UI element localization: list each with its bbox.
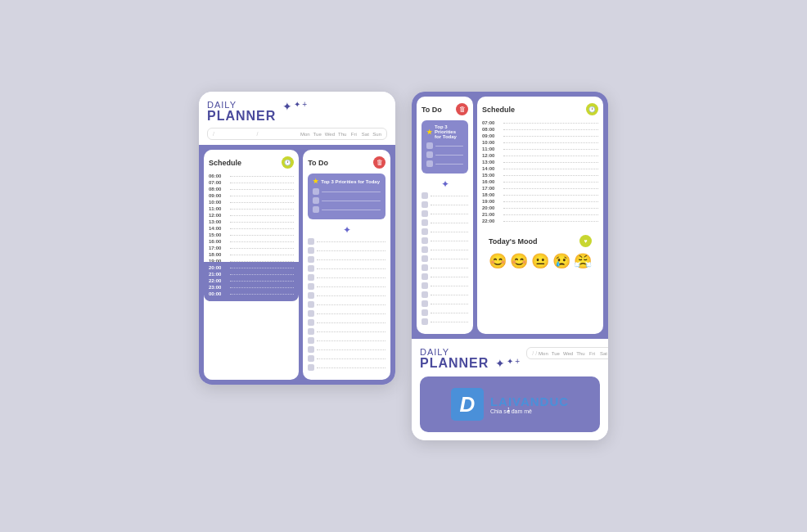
priority-1 — [313, 188, 381, 195]
priorities-box: ★ Top 3 Priorities for Today — [308, 174, 385, 219]
time-1100: 11:00 — [209, 206, 294, 211]
star2-icon: ★ — [426, 128, 432, 136]
mood-title: Today's Mood — [489, 237, 537, 246]
todo2-title: To Do — [422, 106, 442, 114]
sparkles: ✦ ✦ + — [282, 100, 307, 113]
schedule2-title: Schedule — [482, 106, 515, 114]
planner1-planner: PLANNER — [207, 110, 276, 123]
schedule-night: 20:00 21:00 22:00 23:00 00:00 — [204, 262, 299, 301]
time-1800: 18:00 — [209, 252, 294, 257]
priorities-title: ★ Top 3 Priorities for Today — [313, 178, 381, 185]
priority-3 — [313, 206, 381, 213]
sparkles2: ✦ ✦ + — [495, 357, 520, 370]
mood-face-5: 😤 — [574, 252, 592, 270]
time-0000: 00:00 — [209, 291, 294, 296]
schedule-icon: 🕐 — [282, 156, 294, 169]
sparkle-small: ✦ — [294, 100, 300, 113]
logo-section: D LAIVANDUC Chia sẻ đam mê — [420, 376, 600, 432]
priority2-1 — [426, 142, 463, 149]
time-1700: 17:00 — [209, 246, 294, 250]
time-2100: 21:00 — [209, 272, 294, 277]
priority2-checkbox-1 — [426, 142, 433, 149]
time-1500: 15:00 — [209, 232, 294, 237]
priority2-3 — [426, 160, 463, 167]
planners-container: DAILY PLANNER ✦ ✦ + / / Mon Tue Wed Thu … — [199, 92, 608, 440]
planner2-footer: DAILY PLANNER ✦ ✦ + / / Mon — [412, 339, 608, 440]
time-1600: 16:00 — [209, 239, 294, 244]
priority-checkbox-2 — [313, 197, 319, 204]
planner-1: DAILY PLANNER ✦ ✦ + / / Mon Tue Wed Thu … — [199, 92, 395, 385]
planner1-header: DAILY PLANNER ✦ ✦ + / / Mon Tue Wed Thu … — [199, 92, 395, 145]
mood-face-4: 😢 — [552, 252, 570, 270]
priority2-line-2 — [435, 155, 463, 156]
star-icon: ★ — [313, 178, 318, 185]
time-0800: 08:00 — [209, 187, 294, 192]
schedule2-icon: 🕐 — [586, 103, 598, 115]
planner1-schedule: Schedule 🕐 06:00 07:00 08:00 09:00 10:00… — [204, 150, 299, 380]
priorities2-title: ★ Top 3 Priorities for Today — [426, 124, 463, 139]
logo-name: LAIVANDUC — [490, 394, 569, 408]
time-1300: 13:00 — [209, 219, 294, 224]
planner1-todo: To Do 🗑 ★ Top 3 Priorities for Today — [303, 150, 390, 380]
mood-faces: 😊 😊 😐 😢 😤 — [489, 252, 592, 270]
schedule-title: Schedule — [209, 159, 241, 167]
logo-text: LAIVANDUC Chia sẻ đam mê — [490, 394, 569, 415]
todo-title: To Do — [308, 159, 328, 167]
priority-line-3 — [322, 210, 381, 210]
mood-face-2: 😊 — [510, 252, 528, 270]
mood-header: Today's Mood ♥ — [489, 235, 592, 247]
planner2-todo: To Do 🗑 ★ Top 3 Priorities for Today — [417, 97, 473, 334]
priority-checkbox-3 — [313, 206, 319, 213]
planner2-planner: PLANNER — [420, 357, 489, 370]
mood-face-3: 😐 — [531, 252, 549, 270]
planner2-header-info: DAILY PLANNER ✦ ✦ + / / Mon — [420, 347, 600, 370]
priority-line-2 — [322, 201, 381, 201]
priority-2 — [313, 197, 381, 204]
logo-d-letter: D — [451, 388, 484, 421]
planner1-title: DAILY PLANNER ✦ ✦ + — [207, 100, 387, 123]
mood-icon: ♥ — [579, 235, 592, 247]
planner-2: To Do 🗑 ★ Top 3 Priorities for Today — [412, 92, 608, 440]
priorities2-box: ★ Top 3 Priorities for Today — [422, 120, 468, 174]
todo2-icon: 🗑 — [456, 103, 468, 115]
time-2200: 22:00 — [209, 278, 294, 283]
planner2-body: To Do 🗑 ★ Top 3 Priorities for Today — [412, 92, 608, 339]
sparkle-tiny: + — [302, 100, 307, 113]
mood-face-1: 😊 — [489, 252, 507, 270]
todo2-header: To Do 🗑 — [422, 103, 468, 115]
schedule2-header: Schedule 🕐 — [482, 103, 598, 115]
sparkle-big: ✦ — [282, 100, 292, 113]
planner1-body: Schedule 🕐 06:00 07:00 08:00 09:00 10:00… — [199, 145, 395, 385]
logo-box: D LAIVANDUC Chia sẻ đam mê — [451, 388, 569, 421]
priority2-line-3 — [435, 164, 463, 165]
planner2-title-block: DAILY PLANNER ✦ ✦ + — [420, 347, 520, 370]
time-0900: 09:00 — [209, 193, 294, 198]
todo2-star-deco: ✦ — [422, 178, 468, 190]
planner2-schedule: Schedule 🕐 07:00 08:00 09:00 10:00 11:00… — [477, 97, 603, 334]
todo-header: To Do 🗑 — [308, 156, 385, 169]
time-1200: 12:00 — [209, 213, 294, 218]
time-1000: 10:00 — [209, 200, 294, 205]
schedule-header: Schedule 🕐 — [209, 156, 294, 169]
mood-section: Today's Mood ♥ 😊 😊 😐 😢 😤 — [482, 228, 598, 277]
priority2-2 — [426, 151, 463, 158]
todo-icon: 🗑 — [373, 156, 385, 169]
time-1400: 14:00 — [209, 226, 294, 231]
time-0700: 07:00 — [209, 180, 294, 185]
todo-star-deco: ✦ — [308, 224, 385, 236]
planner2-date-row: / / Mon Tue Wed Thu Fri Sat Sun — [526, 347, 608, 359]
planner2-day-labels: Mon Tue Wed Thu Fri Sat Sun — [539, 351, 608, 356]
priority2-checkbox-2 — [426, 151, 433, 158]
priority2-checkbox-3 — [426, 160, 433, 167]
time-2300: 23:00 — [209, 285, 294, 290]
time-0600: 06:00 — [209, 174, 294, 178]
priority-checkbox-1 — [313, 188, 319, 195]
time-2000: 20:00 — [209, 265, 294, 270]
logo-tagline: Chia sẻ đam mê — [490, 408, 569, 415]
planner1-day-labels: Mon Tue Wed Thu Fri Sat Sun — [300, 132, 381, 137]
priority-line-1 — [322, 192, 381, 192]
priority2-line-1 — [435, 146, 463, 147]
planner1-date-row: / / Mon Tue Wed Thu Fri Sat Sun — [207, 128, 387, 140]
